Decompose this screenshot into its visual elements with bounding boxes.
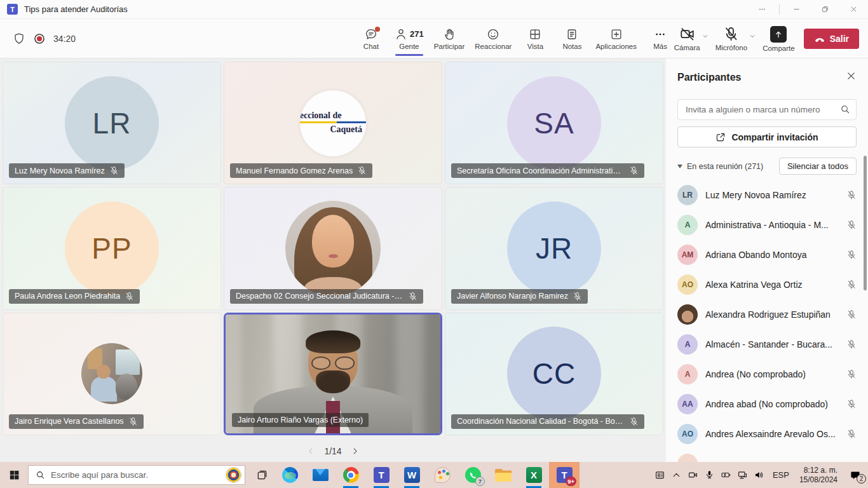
participant-row[interactable]: [677, 449, 857, 462]
react-button[interactable]: Reaccionar: [471, 21, 515, 57]
share-screen-button[interactable]: Comparte: [763, 26, 795, 52]
taskbar-app-mail[interactable]: [305, 462, 336, 488]
view-button[interactable]: Vista: [519, 21, 552, 57]
notes-button[interactable]: Notas: [555, 21, 588, 57]
camera-options-chevron[interactable]: [702, 31, 709, 43]
page-next-icon[interactable]: [351, 447, 360, 456]
people-button[interactable]: 271 Gente: [391, 21, 427, 57]
tray-camera-button[interactable]: [685, 462, 702, 488]
minimize-button[interactable]: [782, 0, 811, 18]
window-title: Tips para atender Auditorías: [24, 4, 128, 14]
people-icon: [395, 28, 407, 41]
language-indicator[interactable]: ESP: [768, 470, 794, 480]
taskbar-app-edge[interactable]: [275, 462, 305, 488]
page-previous-icon[interactable]: [306, 447, 315, 456]
people-count: 271: [410, 29, 424, 39]
mic-button[interactable]: Micrófono: [715, 26, 748, 51]
photo-avatar: [285, 201, 381, 296]
mic-off-icon[interactable]: [846, 369, 857, 379]
video-tile[interactable]: PP Paula Andrea Leon Piedrahita: [3, 187, 221, 309]
video-tile[interactable]: Seccional de Caquetá Manuel Fernando Gom…: [224, 62, 442, 184]
video-tile[interactable]: JR Javier Alfonso Naranjo Ramirez: [445, 187, 663, 309]
news-widget-button[interactable]: [652, 462, 668, 488]
participant-row[interactable]: Alexandra Rodriguez Estupiñan: [677, 299, 857, 329]
invite-search-input[interactable]: [677, 99, 857, 120]
leave-button[interactable]: Salir: [804, 29, 859, 49]
mic-off-icon[interactable]: [846, 220, 857, 230]
mute-all-button[interactable]: Silenciar a todos: [779, 158, 857, 175]
video-tile[interactable]: SA Secretaría Oficina Coordinación Admin…: [445, 62, 663, 184]
participant-row[interactable]: AO Alexa Katrina Vega Ortiz: [677, 269, 857, 299]
taskbar-app-teams[interactable]: T: [366, 462, 397, 488]
chevron-up-icon: [671, 470, 682, 480]
task-view-button[interactable]: [249, 462, 275, 488]
video-tile[interactable]: Despacho 02 Consejo Seccional Judicatura…: [224, 187, 442, 309]
mic-off-icon[interactable]: [846, 309, 857, 320]
start-button[interactable]: [0, 462, 28, 488]
battery-button[interactable]: [718, 462, 735, 488]
volume-button[interactable]: [751, 462, 768, 488]
apps-plus-icon: [610, 28, 623, 41]
chat-button[interactable]: Chat: [355, 21, 388, 57]
panel-close-icon[interactable]: [846, 71, 857, 84]
taskbar-app-chrome[interactable]: [336, 462, 366, 488]
news-icon: [654, 470, 665, 480]
network-button[interactable]: [735, 462, 751, 488]
mic-off-icon[interactable]: [846, 250, 857, 260]
video-tile[interactable]: LR Luz Mery Novoa Ramírez: [3, 62, 221, 184]
avatar: AM: [677, 245, 698, 265]
mic-off-icon[interactable]: [846, 190, 857, 200]
in-meeting-section-toggle[interactable]: En esta reunión (271): [677, 162, 763, 171]
date: 15/08/2024: [799, 475, 837, 485]
share-invitation-button[interactable]: Compartir invitación: [677, 126, 857, 147]
camera-button[interactable]: Cámara: [674, 26, 700, 51]
participant-row[interactable]: AM Adriana Obando Montoya: [677, 240, 857, 269]
avatar: [677, 454, 698, 463]
avatar: JR: [507, 201, 601, 295]
mic-options-chevron[interactable]: [749, 31, 756, 43]
participant-name-label: Javier Alfonso Naranjo Ramirez: [451, 289, 588, 304]
taskbar-search-input[interactable]: [51, 470, 226, 480]
apps-button[interactable]: Aplicaciones: [592, 21, 640, 57]
panel-scrollbar[interactable]: [864, 156, 867, 290]
taskbar-app-word[interactable]: W: [397, 462, 427, 488]
speaker-icon: [754, 470, 764, 480]
participant-row[interactable]: LR Luz Mery Novoa Ramírez: [677, 180, 857, 210]
mic-off-icon: [357, 166, 367, 175]
taskbar-search-box[interactable]: [28, 465, 245, 485]
window-more-options-icon[interactable]: [748, 0, 776, 18]
close-button[interactable]: [839, 0, 868, 18]
restore-button[interactable]: [811, 0, 839, 18]
mic-off-icon[interactable]: [846, 429, 857, 439]
time: 8:12 a. m.: [799, 466, 837, 475]
participant-row[interactable]: A Almacén - Santander - Bucara...: [677, 329, 857, 359]
taskbar-app-excel[interactable]: X: [519, 462, 549, 488]
chevron-down-icon: [749, 32, 756, 40]
camera-off-icon: [679, 26, 695, 42]
taskbar-app-paint[interactable]: [427, 462, 458, 488]
mic-off-icon[interactable]: [846, 399, 857, 409]
mic-off-icon[interactable]: [846, 339, 857, 349]
share-screen-icon: [770, 26, 787, 43]
video-tile[interactable]: CC Coordinación Nacional Calidad - Bogot…: [445, 313, 663, 435]
video-tile-active-speaker[interactable]: Jairo Arturo Riaño Vargas (Externo): [224, 313, 442, 435]
taskbar-app-explorer[interactable]: [488, 462, 519, 488]
show-hidden-icons-button[interactable]: [668, 462, 685, 488]
people-active-indicator: [395, 54, 423, 56]
clock[interactable]: 8:12 a. m. 15/08/2024: [794, 466, 843, 485]
notification-center-button[interactable]: 2: [843, 462, 868, 488]
more-button[interactable]: Más: [644, 21, 677, 57]
participant-row[interactable]: A Administrativa - Antioquia - M...: [677, 210, 857, 240]
participant-row[interactable]: AO Andres Alexsaindre Arevalo Os...: [677, 419, 857, 449]
taskbar-app-teams-meeting[interactable]: T 9+: [549, 462, 580, 488]
taskbar-app-whatsapp[interactable]: 7: [458, 462, 488, 488]
excel-icon: X: [526, 467, 542, 483]
raise-hand-button[interactable]: Participar: [431, 21, 468, 57]
mic-off-icon[interactable]: [846, 280, 857, 290]
participant-row[interactable]: A Andrea (No comprobado): [677, 359, 857, 389]
participant-row[interactable]: AA Andrea abad (No comprobado): [677, 389, 857, 419]
avatar: A: [677, 215, 698, 235]
video-tile[interactable]: Jairo Enrique Vera Castellanos: [3, 313, 221, 435]
mic-off-icon: [128, 417, 138, 426]
tray-mic-button[interactable]: [702, 462, 718, 488]
